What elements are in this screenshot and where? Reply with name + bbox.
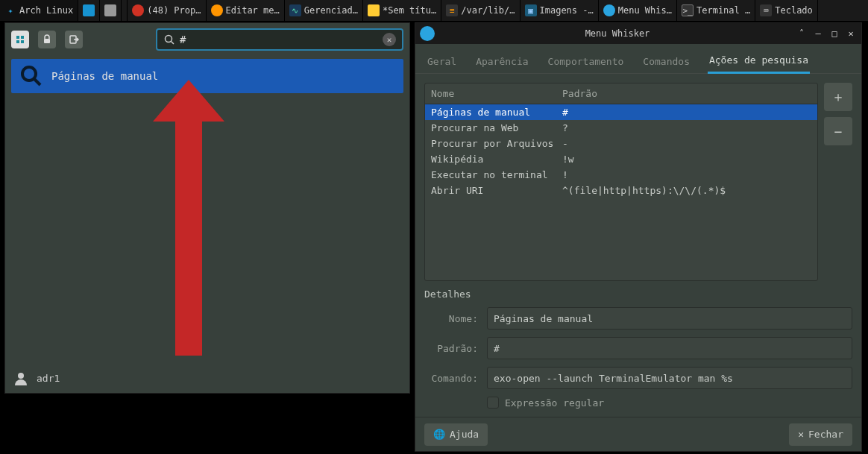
detail-name-input[interactable]	[487, 307, 852, 330]
taskbar-label: Menu Whis…	[618, 5, 672, 16]
tab-comportamento[interactable]: Comportamento	[547, 50, 626, 73]
taskbar-label: Imagens -…	[540, 5, 594, 16]
minus-icon: −	[834, 124, 843, 139]
svg-line-9	[34, 79, 40, 85]
taskbar-item-brave[interactable]: (48) Prop…	[128, 0, 206, 21]
help-button[interactable]: 🌐 Ajuda	[424, 423, 488, 446]
close-button[interactable]: ✕ Fechar	[789, 423, 852, 446]
taskbar-item-sublime[interactable]: ≡ /var/lib/…	[441, 0, 520, 21]
tab-geral[interactable]: Geral	[426, 50, 458, 73]
row-pattern: !	[562, 169, 811, 180]
row-name: Abrir URI	[431, 185, 562, 196]
detail-pattern-input[interactable]	[487, 337, 852, 359]
close-label: Fechar	[808, 429, 843, 440]
taskbar-item-terminal[interactable]: >_ Terminal …	[677, 0, 755, 21]
lock-icon	[42, 34, 52, 45]
help-label: Ajuda	[450, 429, 479, 440]
taskbar-separator	[122, 0, 128, 21]
close-icon: ✕	[387, 35, 392, 45]
row-pattern: #	[562, 107, 811, 118]
list-row[interactable]: Executar no terminal !	[425, 167, 817, 183]
chevron-up-icon: ˄	[799, 28, 804, 39]
search-result-manpages[interactable]: Páginas de manual	[11, 59, 403, 93]
list-row[interactable]: Abrir URI ^(file|http|https):\/\/(.*)$	[425, 183, 817, 198]
regex-checkbox-label: Expressão regular	[505, 397, 604, 409]
details-section-label: Detalhes	[424, 289, 852, 300]
taskbar-item-keyboard[interactable]: ⌨ Teclado	[755, 0, 818, 21]
search-actions-list[interactable]: Nome Padrão Páginas de manual # Procurar…	[424, 83, 818, 281]
taskbar-label: Gerenciad…	[304, 5, 358, 16]
images-icon: ▣	[525, 4, 537, 16]
svg-rect-2	[16, 40, 19, 43]
taskbar-item-images[interactable]: ▣ Imagens -…	[521, 0, 599, 21]
username-label: adr1	[37, 373, 60, 384]
dialog-titlebar[interactable]: Menu Whisker ˄ — □ ✕	[415, 23, 861, 44]
svg-marker-10	[153, 80, 224, 356]
taskbar-label: Terminal …	[696, 5, 750, 16]
logout-button[interactable]	[65, 31, 83, 48]
whisker-settings-dialog: Menu Whisker ˄ — □ ✕ Geral Aparência Com…	[415, 22, 862, 452]
maximize-button[interactable]: □	[828, 28, 840, 40]
regex-checkbox[interactable]	[487, 397, 499, 409]
tab-aparencia[interactable]: Aparência	[474, 50, 529, 73]
annotation-arrow	[145, 80, 232, 356]
column-name-header[interactable]: Nome	[431, 88, 562, 99]
maximize-icon: □	[831, 28, 837, 39]
settings-icon	[14, 34, 26, 45]
svg-rect-1	[21, 36, 24, 39]
close-window-button[interactable]: ✕	[845, 28, 857, 40]
close-icon: ✕	[848, 28, 853, 39]
minimize-button[interactable]: —	[812, 28, 824, 40]
dialog-tabs: Geral Aparência Comportamento Comandos A…	[415, 44, 861, 74]
list-row[interactable]: Procurar por Arquivos -	[425, 136, 817, 151]
search-field[interactable]: ✕	[156, 28, 403, 51]
taskbar-label: (48) Prop…	[147, 5, 201, 16]
tab-comandos[interactable]: Comandos	[641, 50, 691, 73]
tab-acoes-pesquisa[interactable]: Ações de pesquisa	[708, 48, 810, 74]
lock-button[interactable]	[38, 31, 56, 48]
list-row[interactable]: Wikipédia !w	[425, 151, 817, 167]
whisker-results: Páginas de manual	[5, 56, 409, 363]
magnifier-icon	[19, 63, 44, 89]
taskbar-item-taskmanager[interactable]: ∿ Gerenciad…	[285, 0, 363, 21]
add-action-button[interactable]: ＋	[824, 83, 852, 111]
taskbar-label: /var/lib/…	[461, 5, 515, 16]
row-name: Páginas de manual	[431, 107, 562, 118]
taskbar-label: Editar me…	[226, 5, 280, 16]
taskbar-item-notes[interactable]: *Sem títu…	[363, 0, 441, 21]
user-avatar-icon	[13, 370, 29, 386]
tab-content-search-actions: Nome Padrão Páginas de manual # Procurar…	[415, 74, 861, 417]
notes-icon	[368, 4, 380, 16]
row-name: Procurar na Web	[431, 122, 562, 133]
list-row[interactable]: Páginas de manual #	[425, 104, 817, 120]
sublime-icon: ≡	[446, 4, 458, 16]
search-clear-button[interactable]: ✕	[383, 33, 396, 46]
rollup-button[interactable]: ˄	[796, 28, 808, 40]
taskbar-item-firefox[interactable]: Editar me…	[207, 0, 285, 21]
taskbar: ✦ Arch Linux (48) Prop… Editar me… ∿ Ger…	[0, 0, 868, 21]
search-input[interactable]	[180, 34, 378, 45]
keyboard-icon: ⌨	[760, 4, 772, 16]
taskbar-item-archlinux[interactable]: ✦ Arch Linux	[0, 0, 78, 21]
svg-line-7	[172, 42, 174, 45]
brave-icon	[132, 4, 144, 16]
row-name: Wikipédia	[431, 154, 562, 165]
column-pattern-header[interactable]: Padrão	[562, 88, 811, 99]
list-row[interactable]: Procurar na Web ?	[425, 120, 817, 136]
row-pattern: ^(file|http|https):\/\/(.*)$	[562, 185, 811, 196]
firefox-icon	[211, 4, 223, 16]
whisker-footer: adr1	[5, 363, 409, 393]
settings-button[interactable]	[11, 31, 29, 48]
logout-icon	[69, 34, 79, 45]
taskbar-item-whisker[interactable]: Menu Whis…	[599, 0, 677, 21]
whisker-menu-popup: ✕ Páginas de manual adr1	[4, 22, 410, 394]
taskbar-label: *Sem títu…	[383, 5, 436, 16]
taskbar-label: Arch Linux	[19, 5, 73, 16]
task-manager-icon: ∿	[289, 4, 301, 16]
taskbar-item-pane[interactable]	[100, 0, 122, 21]
dialog-footer: 🌐 Ajuda ✕ Fechar	[415, 417, 861, 451]
remove-action-button[interactable]: −	[824, 117, 852, 145]
close-icon: ✕	[798, 429, 804, 440]
detail-command-input[interactable]	[487, 367, 852, 389]
taskbar-item-filemanager[interactable]	[78, 0, 100, 21]
